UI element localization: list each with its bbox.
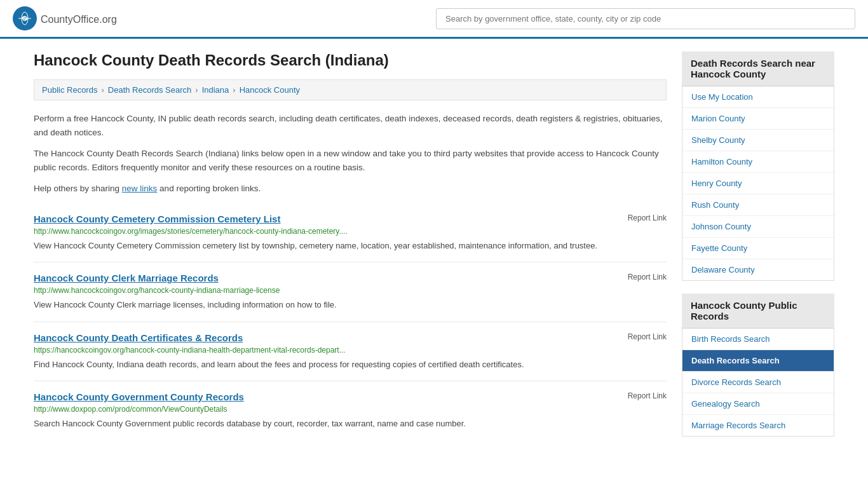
result-desc: Find Hancock County, Indiana death recor… [34, 358, 667, 371]
result-header: Hancock County Clerk Marriage Records Re… [34, 273, 667, 283]
birth-records-link[interactable]: Birth Records Search [682, 329, 834, 349]
result-item: Hancock County Government County Records… [34, 381, 667, 440]
sidebar-item-death-records[interactable]: Death Records Search [682, 350, 834, 372]
marion-county-link[interactable]: Marion County [682, 108, 834, 129]
result-desc: Search Hancock County Government public … [34, 417, 667, 430]
result-title[interactable]: Hancock County Death Certificates & Reco… [34, 332, 243, 343]
sidebar-item-genealogy[interactable]: Genealogy Search [682, 393, 834, 415]
sidebar-nearby-section: Death Records Search near Hancock County… [682, 51, 834, 281]
hamilton-county-link[interactable]: Hamilton County [682, 151, 834, 172]
result-desc: View Hancock County Cemetery Commission … [34, 240, 667, 252]
sidebar-item-shelby-county[interactable]: Shelby County [682, 130, 834, 151]
search-input[interactable] [436, 8, 855, 29]
breadcrumb-public-records[interactable]: Public Records [42, 85, 97, 95]
divorce-records-link[interactable]: Divorce Records Search [682, 372, 834, 393]
report-link[interactable]: Report Link [628, 391, 667, 400]
result-item: Hancock County Death Certificates & Reco… [34, 322, 667, 382]
result-header: Hancock County Cemetery Commission Cemet… [34, 214, 667, 224]
logo-text: CountyOffice.org [41, 11, 117, 26]
result-header: Hancock County Government County Records… [34, 391, 667, 402]
sidebar-item-marion-county[interactable]: Marion County [682, 108, 834, 130]
result-url: http://www.doxpop.com/prod/common/ViewCo… [34, 405, 667, 414]
sidebar-public-records-section: Hancock County Public Records Birth Reco… [682, 294, 834, 437]
result-desc: View Hancock County Clerk marriage licen… [34, 299, 667, 311]
use-location-link[interactable]: Use My Location [682, 86, 834, 107]
result-header: Hancock County Death Certificates & Reco… [34, 332, 667, 343]
breadcrumb-sep-3: › [233, 85, 235, 95]
result-title[interactable]: Hancock County Government County Records [34, 391, 244, 402]
sidebar-item-divorce-records[interactable]: Divorce Records Search [682, 372, 834, 393]
breadcrumb-sep-2: › [195, 85, 198, 95]
description-para2: The Hancock County Death Records Search … [34, 147, 667, 174]
sidebar-item-birth-records[interactable]: Birth Records Search [682, 329, 834, 350]
main-content: Hancock County Death Records Search (Ind… [34, 51, 667, 449]
sidebar-public-records-list: Birth Records Search Death Records Searc… [682, 329, 834, 437]
header: CountyOffice.org [0, 0, 868, 39]
result-url: http://www.hancockcoingov.org/images/sto… [34, 227, 667, 236]
sidebar-nearby-list: Use My Location Marion County Shelby Cou… [682, 86, 834, 281]
description-para1: Perform a free Hancock County, IN public… [34, 112, 667, 139]
sidebar-public-records-title: Hancock County Public Records [682, 294, 834, 329]
rush-county-link[interactable]: Rush County [682, 194, 834, 215]
sidebar-nearby-title: Death Records Search near Hancock County [682, 51, 834, 86]
page-title: Hancock County Death Records Search (Ind… [34, 51, 667, 69]
sidebar-item-use-location[interactable]: Use My Location [682, 86, 834, 108]
sidebar: Death Records Search near Hancock County… [682, 51, 834, 449]
sidebar-item-rush-county[interactable]: Rush County [682, 194, 834, 216]
sidebar-item-marriage-records[interactable]: Marriage Records Search [682, 415, 834, 436]
fayette-county-link[interactable]: Fayette County [682, 238, 834, 259]
logo-icon [13, 6, 37, 30]
shelby-county-link[interactable]: Shelby County [682, 130, 834, 151]
breadcrumb: Public Records › Death Records Search › … [34, 79, 667, 100]
results-list: Hancock County Cemetery Commission Cemet… [34, 203, 667, 440]
report-link[interactable]: Report Link [628, 214, 667, 222]
result-title[interactable]: Hancock County Cemetery Commission Cemet… [34, 214, 280, 224]
result-url: https://hancockcoingov.org/hancock-count… [34, 346, 667, 355]
result-item: Hancock County Clerk Marriage Records Re… [34, 262, 667, 322]
sidebar-item-henry-county[interactable]: Henry County [682, 173, 834, 194]
genealogy-link[interactable]: Genealogy Search [682, 393, 834, 414]
result-url: http://www.hancockcoingov.org/hancock-co… [34, 286, 667, 295]
report-link[interactable]: Report Link [628, 273, 667, 281]
breadcrumb-death-records-search[interactable]: Death Records Search [108, 85, 192, 95]
death-records-link[interactable]: Death Records Search [682, 350, 834, 371]
breadcrumb-hancock-county[interactable]: Hancock County [240, 85, 300, 95]
search-bar[interactable] [436, 8, 855, 29]
new-links-link[interactable]: new links [122, 184, 158, 193]
main-container: Hancock County Death Records Search (Ind… [21, 39, 847, 462]
sidebar-item-johnson-county[interactable]: Johnson County [682, 216, 834, 238]
breadcrumb-sep-1: › [101, 85, 104, 95]
johnson-county-link[interactable]: Johnson County [682, 216, 834, 237]
logo-link[interactable]: CountyOffice.org [13, 6, 117, 30]
sidebar-item-fayette-county[interactable]: Fayette County [682, 238, 834, 259]
breadcrumb-indiana[interactable]: Indiana [202, 85, 229, 95]
delaware-county-link[interactable]: Delaware County [682, 259, 834, 280]
result-title[interactable]: Hancock County Clerk Marriage Records [34, 273, 219, 283]
marriage-records-link[interactable]: Marriage Records Search [682, 415, 834, 436]
description-para3: Help others by sharing new links and rep… [34, 182, 667, 196]
result-item: Hancock County Cemetery Commission Cemet… [34, 203, 667, 263]
henry-county-link[interactable]: Henry County [682, 173, 834, 194]
report-link[interactable]: Report Link [628, 332, 667, 341]
sidebar-item-hamilton-county[interactable]: Hamilton County [682, 151, 834, 173]
sidebar-item-delaware-county[interactable]: Delaware County [682, 259, 834, 280]
